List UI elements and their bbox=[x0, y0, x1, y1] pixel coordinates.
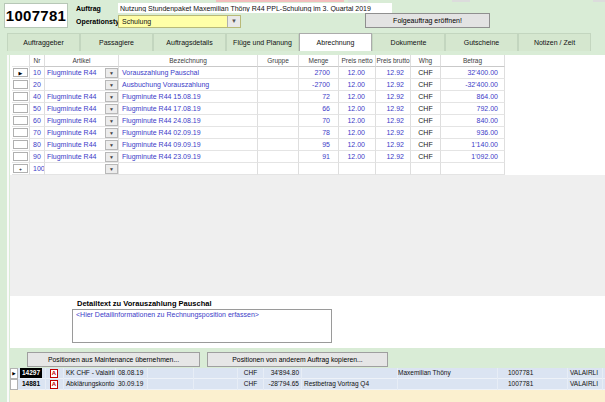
cell-menge[interactable]: -2700 bbox=[299, 79, 339, 91]
cell-betrag[interactable] bbox=[441, 163, 505, 175]
cell-menge[interactable]: 2700 bbox=[299, 67, 339, 79]
cell-artikel[interactable]: Flugminute R44▼ bbox=[45, 151, 119, 163]
cell-artikel[interactable]: Flugminute R44▼ bbox=[45, 139, 119, 151]
cell-gruppe[interactable] bbox=[258, 127, 299, 139]
cell-betrag[interactable]: 864.00 bbox=[441, 91, 505, 103]
row-selector[interactable] bbox=[10, 379, 18, 390]
cell-preis-netto[interactable]: 12.00 bbox=[339, 67, 376, 79]
row-selector[interactable] bbox=[12, 115, 30, 127]
tab-passagiere[interactable]: Passagiere bbox=[80, 33, 153, 51]
cell-betrag[interactable]: 840.00 bbox=[441, 115, 505, 127]
cell-gruppe[interactable] bbox=[258, 139, 299, 151]
cell-whg[interactable]: CHF bbox=[411, 139, 441, 151]
cell-note[interactable]: Restbetrag Vortrag Q4 bbox=[302, 379, 398, 390]
cell-date[interactable]: 30.09.19 bbox=[116, 379, 148, 390]
cell-nr[interactable]: 90 bbox=[30, 151, 45, 163]
cell-bezeichnung[interactable]: Flugminute R44 15.08.19 bbox=[119, 91, 258, 103]
pdf-icon[interactable]: A bbox=[50, 369, 58, 378]
cell-menge[interactable]: 91 bbox=[299, 151, 339, 163]
cell-amount[interactable]: 34'894.80 bbox=[264, 368, 302, 379]
cell-empty-1[interactable] bbox=[148, 379, 194, 390]
cell-whg[interactable]: CHF bbox=[411, 103, 441, 115]
cell-betrag[interactable]: 936.00 bbox=[441, 127, 505, 139]
cell-nr[interactable]: 60 bbox=[30, 115, 45, 127]
artikel-dropdown-icon[interactable]: ▼ bbox=[105, 164, 118, 174]
copy-positions-button[interactable]: Positionen von anderem Auftrag kopieren.… bbox=[207, 352, 388, 367]
cell-artikel[interactable]: ▼ bbox=[45, 79, 119, 91]
cell-nr[interactable]: 10 bbox=[30, 67, 45, 79]
cell-currency[interactable]: CHF bbox=[238, 368, 264, 379]
cell-preis-netto[interactable]: 12.00 bbox=[339, 115, 376, 127]
cell-betrag[interactable]: -32'400.00 bbox=[441, 79, 505, 91]
cell-note[interactable] bbox=[302, 368, 398, 379]
cell-preis-netto[interactable] bbox=[339, 163, 376, 175]
artikel-dropdown-icon[interactable]: ▼ bbox=[105, 152, 118, 162]
tab-abrechnung[interactable]: Abrechnung bbox=[299, 33, 372, 51]
cell-code[interactable]: VALAIRLI bbox=[568, 379, 603, 390]
cell-preis-brutto[interactable]: 12.92 bbox=[376, 91, 411, 103]
cell-empty-2[interactable] bbox=[194, 379, 238, 390]
row-selector[interactable] bbox=[12, 151, 30, 163]
cell-gruppe[interactable] bbox=[258, 91, 299, 103]
artikel-dropdown-icon[interactable]: ▼ bbox=[105, 140, 118, 150]
artikel-dropdown-icon[interactable]: ▼ bbox=[105, 128, 118, 138]
cell-artikel[interactable]: Flugminute R44▼ bbox=[45, 115, 119, 127]
cell-nr[interactable]: 80 bbox=[30, 139, 45, 151]
auftrag-input[interactable] bbox=[118, 3, 392, 13]
cell-booking-nr[interactable]: 14297 bbox=[18, 368, 46, 379]
cell-menge[interactable]: 78 bbox=[299, 127, 339, 139]
cell-amount[interactable]: -28'794.65 bbox=[264, 379, 302, 390]
row-selector[interactable]: ▶ bbox=[12, 67, 30, 79]
artikel-dropdown-icon[interactable]: ▼ bbox=[105, 80, 118, 90]
cell-empty-1[interactable] bbox=[148, 368, 194, 379]
maintenance-positions-button[interactable]: Positionen aus Maintenance übernehmen... bbox=[27, 352, 200, 367]
cell-preis-netto[interactable]: 12.00 bbox=[339, 91, 376, 103]
cell-whg[interactable]: CHF bbox=[411, 67, 441, 79]
cell-gruppe[interactable] bbox=[258, 67, 299, 79]
cell-menge[interactable]: 95 bbox=[299, 139, 339, 151]
cell-preis-brutto[interactable]: 12.92 bbox=[376, 79, 411, 91]
tab-dokumente[interactable]: Dokumente bbox=[372, 33, 445, 51]
row-selector[interactable] bbox=[12, 91, 30, 103]
cell-artikel[interactable]: Flugminute R44▼ bbox=[45, 127, 119, 139]
cell-betrag[interactable]: 1'140.00 bbox=[441, 139, 505, 151]
cell-artikel[interactable]: Flugminute R44▼ bbox=[45, 91, 119, 103]
cell-bezeichnung[interactable]: Ausbuchung Vorauszahlung bbox=[119, 79, 258, 91]
cell-preis-netto[interactable]: 12.00 bbox=[339, 151, 376, 163]
cell-preis-brutto[interactable] bbox=[376, 163, 411, 175]
cell-artikel[interactable]: Flugminute R44▼ bbox=[45, 103, 119, 115]
cell-bezeichnung[interactable]: Flugminute R44 09.09.19 bbox=[119, 139, 258, 151]
cell-gruppe[interactable] bbox=[258, 115, 299, 127]
tab-notizen-zeit[interactable]: Notizen / Zeit bbox=[518, 33, 591, 51]
cell-nr[interactable]: 70 bbox=[30, 127, 45, 139]
cell-menge[interactable]: 70 bbox=[299, 115, 339, 127]
cell-empty-2[interactable] bbox=[194, 368, 238, 379]
cell-code[interactable]: VALAIRLI bbox=[568, 368, 603, 379]
cell-whg[interactable]: CHF bbox=[411, 79, 441, 91]
cell-preis-brutto[interactable]: 12.92 bbox=[376, 151, 411, 163]
cell-nr[interactable]: 40 bbox=[30, 91, 45, 103]
cell-gruppe[interactable] bbox=[258, 151, 299, 163]
cell-whg[interactable]: CHF bbox=[411, 127, 441, 139]
cell-order-number[interactable]: 1007781 bbox=[498, 379, 568, 390]
artikel-dropdown-icon[interactable]: ▼ bbox=[105, 104, 118, 114]
row-selector[interactable] bbox=[12, 127, 30, 139]
cell-booking-nr[interactable]: 14881 bbox=[18, 379, 46, 390]
chevron-down-icon[interactable]: ▼ bbox=[227, 16, 240, 27]
cell-bezeichnung[interactable]: Flugminute R44 02.09.19 bbox=[119, 127, 258, 139]
folgeauftrag-button[interactable]: Folgeauftrag eröffnen! bbox=[365, 13, 490, 28]
cell-menge[interactable]: 66 bbox=[299, 103, 339, 115]
cell-order-number[interactable]: 1007781 bbox=[498, 368, 568, 379]
cell-date[interactable]: 08.08.19 bbox=[116, 368, 148, 379]
cell-betrag[interactable]: 792.00 bbox=[441, 103, 505, 115]
cell-gruppe[interactable] bbox=[258, 79, 299, 91]
cell-preis-netto[interactable]: 12.00 bbox=[339, 139, 376, 151]
cell-nr[interactable]: 100 bbox=[30, 163, 45, 175]
cell-description[interactable]: KK CHF - Valairli bbox=[64, 368, 116, 379]
cell-gruppe[interactable] bbox=[258, 103, 299, 115]
artikel-dropdown-icon[interactable]: ▼ bbox=[105, 92, 118, 102]
row-selector[interactable] bbox=[12, 139, 30, 151]
cell-preis-brutto[interactable]: 12.92 bbox=[376, 67, 411, 79]
cell-gruppe[interactable] bbox=[258, 163, 299, 175]
cell-menge[interactable]: 72 bbox=[299, 91, 339, 103]
